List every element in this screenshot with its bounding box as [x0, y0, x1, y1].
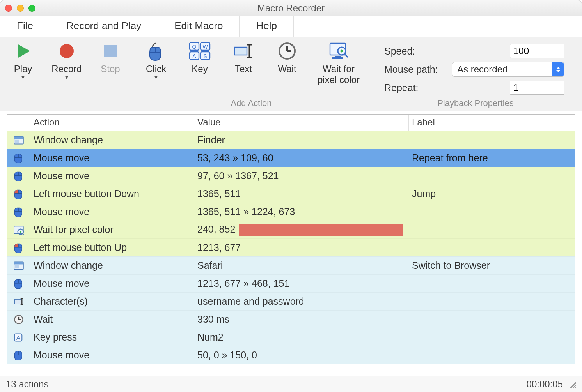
key-icon — [7, 332, 30, 343]
table-row[interactable]: Mouse move1213, 677 » 468, 151 — [7, 274, 575, 292]
record-icon — [56, 40, 78, 62]
svg-rect-40 — [332, 57, 343, 59]
table-row[interactable]: Mouse move50, 0 » 150, 0 — [7, 346, 575, 364]
ribbon: Play ▼ Record ▼ Stop — [0, 37, 582, 111]
table-header: Action Value Label — [7, 115, 575, 131]
play-button[interactable]: Play ▼ — [7, 40, 39, 79]
click-label: Click — [146, 64, 166, 74]
cell-value: 50, 0 » 150, 0 — [194, 347, 409, 363]
window-icon — [7, 261, 30, 271]
cell-label: Repeat from here — [409, 150, 575, 166]
close-button[interactable] — [5, 5, 12, 12]
text-label: Text — [235, 64, 252, 74]
cell-action: Character(s) — [30, 293, 194, 309]
tab-bar: File Record and Play Edit Macro Help — [0, 16, 582, 37]
tab-edit-macro[interactable]: Edit Macro — [158, 16, 240, 37]
mouse-blue-icon — [7, 207, 30, 217]
stop-button[interactable]: Stop — [95, 40, 126, 74]
cell-value: 330 ms — [194, 311, 409, 327]
wait-label: Wait — [278, 64, 296, 74]
pixel-icon — [328, 40, 350, 62]
svg-marker-18 — [18, 44, 30, 58]
cell-label: Jump — [409, 186, 575, 202]
text-icon — [232, 40, 254, 62]
header-value[interactable]: Value — [194, 115, 409, 131]
table-row[interactable]: Character(s)username and password — [7, 292, 575, 310]
cell-label — [409, 281, 575, 286]
group-label-add-action: Add Action — [140, 98, 362, 110]
mouse-red-icon — [7, 243, 30, 253]
key-button[interactable]: Q W A S Key — [184, 40, 215, 74]
status-right: 00:00:05 — [527, 379, 563, 390]
cell-value: 240, 852 — [194, 221, 409, 238]
mouse-blue-icon — [7, 350, 30, 360]
status-bar: 13 actions 00:00:05 — [0, 376, 582, 392]
stop-icon — [99, 40, 121, 62]
mouse-blue-icon — [7, 153, 30, 163]
cell-value: 1213, 677 » 468, 151 — [194, 275, 409, 291]
stop-label: Stop — [101, 64, 120, 74]
mousepath-select[interactable]: As recorded — [452, 62, 564, 77]
click-caret-icon: ▼ — [153, 76, 159, 79]
table-row[interactable]: Mouse move97, 60 » 1367, 521 — [7, 167, 575, 185]
svg-point-19 — [60, 44, 74, 58]
cell-label — [409, 299, 575, 304]
svg-rect-31 — [234, 47, 247, 55]
text-icon — [7, 297, 30, 307]
cell-label — [409, 317, 575, 322]
cell-value: 97, 60 » 1367, 521 — [194, 168, 409, 184]
cell-value: 1365, 511 » 1224, 673 — [194, 204, 409, 220]
keyboard-icon: Q W A S — [189, 40, 211, 62]
repeat-input[interactable] — [510, 81, 564, 95]
action-table: Action Value Label Window changeFinderMo… — [7, 114, 575, 376]
table-row[interactable]: Mouse move53, 243 » 109, 60Repeat from h… — [7, 149, 575, 167]
maximize-button[interactable] — [28, 5, 35, 12]
wait-pixel-label: Wait for pixel color — [318, 64, 360, 85]
cell-label — [409, 210, 575, 214]
svg-point-43 — [341, 50, 343, 53]
cell-action: Key press — [30, 329, 194, 345]
cell-action: Mouse move — [30, 150, 194, 166]
table-row[interactable]: Wait330 ms — [7, 310, 575, 328]
header-action[interactable]: Action — [30, 115, 194, 131]
minimize-button[interactable] — [17, 5, 24, 12]
cell-action: Left mouse button Down — [30, 186, 194, 202]
window-title: Macro Recorder — [0, 3, 582, 14]
wait-pixel-button[interactable]: Wait for pixel color — [315, 40, 362, 85]
clock-icon — [7, 314, 30, 325]
key-label: Key — [192, 64, 208, 74]
resize-grip-icon[interactable] — [568, 380, 576, 388]
table-row[interactable]: Window changeSafariSwitch to Browser — [7, 256, 575, 274]
table-row[interactable]: Left mouse button Down1365, 511Jump — [7, 185, 575, 203]
mousepath-value: As recorded — [457, 64, 507, 75]
svg-rect-20 — [104, 45, 117, 57]
record-button[interactable]: Record ▼ — [51, 40, 82, 79]
table-row[interactable]: Left mouse button Up1213, 677 — [7, 238, 575, 256]
text-button[interactable]: Text — [228, 40, 259, 74]
cell-value: Num2 — [194, 329, 409, 345]
table-row[interactable]: Wait for pixel color240, 852 — [7, 221, 575, 238]
record-caret-icon: ▼ — [64, 76, 69, 79]
tab-help[interactable]: Help — [240, 16, 293, 37]
speed-input[interactable] — [510, 44, 564, 58]
cell-action: Mouse move — [30, 275, 194, 291]
tab-record-and-play[interactable]: Record and Play — [50, 16, 158, 37]
cell-action: Window change — [30, 258, 194, 274]
tab-file[interactable]: File — [0, 16, 50, 37]
table-row[interactable]: Key pressNum2 — [7, 328, 575, 346]
table-row[interactable]: Mouse move1365, 511 » 1224, 673 — [7, 203, 575, 221]
cell-action: Wait — [30, 311, 194, 327]
svg-text:A: A — [192, 53, 196, 59]
titlebar: Macro Recorder — [0, 0, 582, 16]
wait-button[interactable]: Wait — [271, 40, 303, 74]
mouse-red-icon — [7, 189, 30, 199]
pixel-icon — [7, 225, 30, 235]
cell-action: Mouse move — [30, 168, 194, 184]
speed-label: Speed: — [384, 46, 447, 57]
header-label[interactable]: Label — [409, 115, 575, 131]
table-row[interactable]: Window changeFinder — [7, 131, 575, 149]
cell-action: Left mouse button Up — [30, 240, 194, 256]
cell-action: Mouse move — [30, 347, 194, 363]
click-button[interactable]: Click ▼ — [140, 40, 172, 79]
group-label-playback: Playback Properties — [376, 98, 575, 110]
